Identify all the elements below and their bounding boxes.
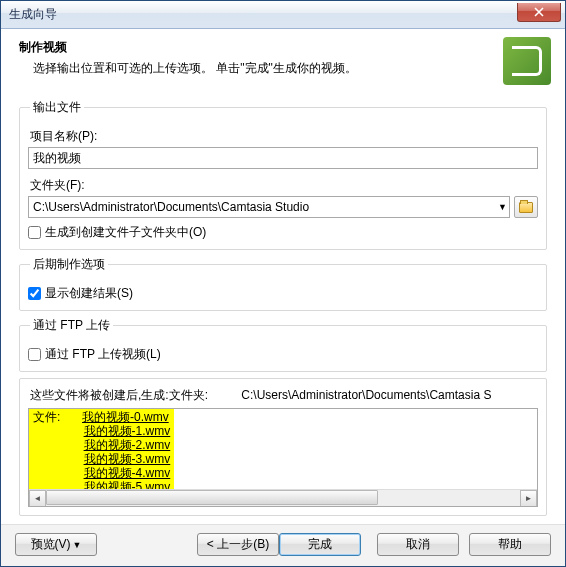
files-list[interactable]: 文件: 我的视频-0.wmv 我的视频-1.wmv 我的视频-2.wmv 我的视… — [28, 408, 538, 507]
chevron-down-icon: ▼ — [73, 540, 82, 550]
close-icon — [534, 7, 544, 17]
preview-button[interactable]: 预览(V) ▼ — [15, 533, 97, 556]
files-header: 这些文件将被创建后,生成:文件夹: C:\Users\Administrator… — [28, 385, 538, 406]
subfolder-label: 生成到创建文件子文件夹中(O) — [45, 224, 206, 241]
list-item: 我的视频-3.wmv — [84, 452, 171, 466]
window-title: 生成向导 — [9, 6, 517, 23]
ftp-group-title: 通过 FTP 上传 — [30, 317, 113, 334]
post-production-group: 后期制作选项 显示创建结果(S) — [19, 256, 547, 311]
ftp-upload-group: 通过 FTP 上传 通过 FTP 上传视频(L) — [19, 317, 547, 372]
generated-files-group: 这些文件将被创建后,生成:文件夹: C:\Users\Administrator… — [19, 378, 547, 516]
browse-folder-button[interactable] — [514, 196, 538, 218]
close-button[interactable] — [517, 3, 561, 22]
list-item: 我的视频-0.wmv — [82, 410, 169, 424]
show-results-label: 显示创建结果(S) — [45, 285, 133, 302]
ftp-upload-label: 通过 FTP 上传视频(L) — [45, 346, 161, 363]
button-bar: 预览(V) ▼ < 上一步(B) 完成 取消 帮助 — [1, 524, 565, 566]
output-group-title: 输出文件 — [30, 99, 84, 116]
content-area: 制作视频 选择输出位置和可选的上传选项。 单击"完成"生成你的视频。 输出文件 … — [1, 29, 565, 566]
files-label: 文件: — [33, 410, 60, 424]
subfolder-checkbox[interactable] — [28, 226, 41, 239]
scroll-right-button[interactable]: ► — [520, 490, 537, 507]
scroll-track[interactable] — [46, 490, 520, 507]
list-item: 我的视频-4.wmv — [84, 466, 171, 480]
page-description: 选择输出位置和可选的上传选项。 单击"完成"生成你的视频。 — [19, 60, 493, 77]
scroll-left-button[interactable]: ◄ — [29, 490, 46, 507]
horizontal-scrollbar[interactable]: ◄ ► — [29, 489, 537, 506]
wizard-window: 生成向导 制作视频 选择输出位置和可选的上传选项。 单击"完成"生成你的视频。 … — [0, 0, 566, 567]
files-header-path: C:\Users\Administrator\Documents\Camtasi… — [241, 388, 491, 402]
page-title: 制作视频 — [19, 39, 493, 56]
camtasia-logo-icon — [503, 37, 551, 85]
post-group-title: 后期制作选项 — [30, 256, 108, 273]
list-item: 我的视频-2.wmv — [84, 438, 171, 452]
folder-label: 文件夹(F): — [30, 177, 538, 194]
list-item: 我的视频-1.wmv — [84, 424, 171, 438]
wizard-header: 制作视频 选择输出位置和可选的上传选项。 单击"完成"生成你的视频。 — [1, 29, 565, 93]
show-results-checkbox[interactable] — [28, 287, 41, 300]
project-name-label: 项目名称(P): — [30, 128, 538, 145]
finish-button[interactable]: 完成 — [279, 533, 361, 556]
titlebar: 生成向导 — [1, 1, 565, 29]
project-name-input[interactable] — [28, 147, 538, 169]
folder-open-icon — [519, 202, 533, 213]
files-header-text: 这些文件将被创建后,生成:文件夹: — [30, 388, 208, 402]
back-button[interactable]: < 上一步(B) — [197, 533, 279, 556]
ftp-upload-checkbox[interactable] — [28, 348, 41, 361]
folder-combo[interactable]: ▼ — [28, 196, 510, 218]
cancel-button[interactable]: 取消 — [377, 533, 459, 556]
folder-input[interactable] — [28, 196, 510, 218]
scroll-thumb[interactable] — [46, 490, 378, 505]
output-files-group: 输出文件 项目名称(P): 文件夹(F): ▼ 生成到创建文件子文件夹中 — [19, 99, 547, 250]
help-button[interactable]: 帮助 — [469, 533, 551, 556]
